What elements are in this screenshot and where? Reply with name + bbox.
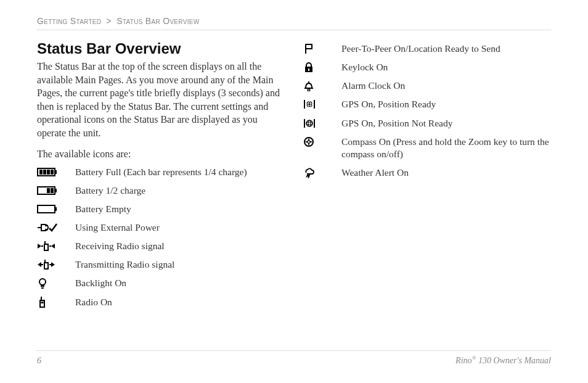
icon-description: Compass On (Press and hold the Zoom key …: [341, 136, 551, 160]
manual-page: Getting Started > Status Bar Overview St…: [0, 0, 588, 383]
left-column: Status Bar Overview The Status Bar at th…: [37, 40, 285, 315]
icon-row: Battery 1/2 charge: [37, 184, 285, 197]
flag-icon: [303, 43, 341, 55]
icon-description: Battery Empty: [75, 203, 285, 215]
icon-row: Keylock On: [303, 61, 551, 73]
battery-half-icon: [37, 184, 75, 197]
page-title: Status Bar Overview: [37, 40, 285, 57]
manual-title: Rino® 130 Owner's Manual: [455, 355, 551, 366]
icon-description: Peer-To-Peer On/Location Ready to Send: [341, 43, 551, 55]
icon-row: GPS On, Position Not Ready: [303, 117, 551, 130]
icons-lead: The available icons are:: [37, 149, 285, 160]
page-footer: 6 Rino® 130 Owner's Manual: [37, 350, 551, 366]
icon-row: Alarm Clock On: [303, 80, 551, 92]
icon-row: Peer-To-Peer On/Location Ready to Send: [303, 43, 551, 55]
icon-description: Backlight On: [75, 277, 285, 289]
icon-row: Receiving Radio signal: [37, 240, 285, 252]
icon-description: Weather Alert On: [341, 167, 551, 179]
radio-on-icon: [37, 296, 75, 308]
icon-row: Battery Full (Each bar represents 1/4 ch…: [37, 166, 285, 178]
breadcrumb-section: Getting Started: [37, 16, 101, 26]
icon-list-right: Peer-To-Peer On/Location Ready to SendKe…: [303, 43, 551, 179]
compass-icon: [303, 136, 341, 148]
icon-list-left: Battery Full (Each bar represents 1/4 ch…: [37, 166, 285, 308]
icon-description: Radio On: [75, 296, 285, 308]
icon-row: Transmitting Radio signal: [37, 258, 285, 271]
icon-description: Battery Full (Each bar represents 1/4 ch…: [75, 166, 285, 178]
battery-empty-icon: [37, 203, 75, 215]
external-power-icon: [37, 221, 75, 234]
icon-description: Alarm Clock On: [341, 80, 551, 92]
weather-alert-icon: [303, 167, 341, 179]
icon-description: Receiving Radio signal: [75, 240, 285, 252]
backlight-on-icon: [37, 277, 75, 289]
page-number: 6: [37, 356, 41, 366]
icon-row: Radio On: [37, 296, 285, 308]
icon-row: Using External Power: [37, 221, 285, 234]
icon-description: Battery 1/2 charge: [75, 184, 285, 197]
manual-title-prefix: Rino: [455, 356, 472, 365]
icon-description: Transmitting Radio signal: [75, 258, 285, 271]
icon-description: Using External Power: [75, 221, 285, 234]
manual-title-suffix: 130 Owner's Manual: [476, 356, 551, 365]
icon-row: Compass On (Press and hold the Zoom key …: [303, 136, 551, 160]
icon-description: GPS On, Position Not Ready: [341, 117, 551, 130]
alarm-clock-icon: [303, 80, 341, 92]
gps-ready-icon: [303, 98, 341, 110]
icon-description: Keylock On: [341, 61, 551, 73]
breadcrumb-separator: >: [104, 16, 114, 26]
keylock-icon: [303, 61, 341, 73]
battery-full-icon: [37, 166, 75, 178]
radio-receiving-icon: [37, 240, 75, 252]
breadcrumb-page: Status Bar Overview: [116, 16, 199, 26]
radio-transmitting-icon: [37, 258, 75, 271]
icon-row: Weather Alert On: [303, 167, 551, 179]
icon-row: Battery Empty: [37, 203, 285, 215]
icon-row: Backlight On: [37, 277, 285, 289]
intro-paragraph: The Status Bar at the top of the screen …: [37, 60, 285, 140]
breadcrumb: Getting Started > Status Bar Overview: [37, 16, 551, 30]
icon-description: GPS On, Position Ready: [341, 98, 551, 110]
right-column: Peer-To-Peer On/Location Ready to SendKe…: [303, 40, 551, 315]
icon-row: GPS On, Position Ready: [303, 98, 551, 110]
gps-not-ready-icon: [303, 117, 341, 130]
